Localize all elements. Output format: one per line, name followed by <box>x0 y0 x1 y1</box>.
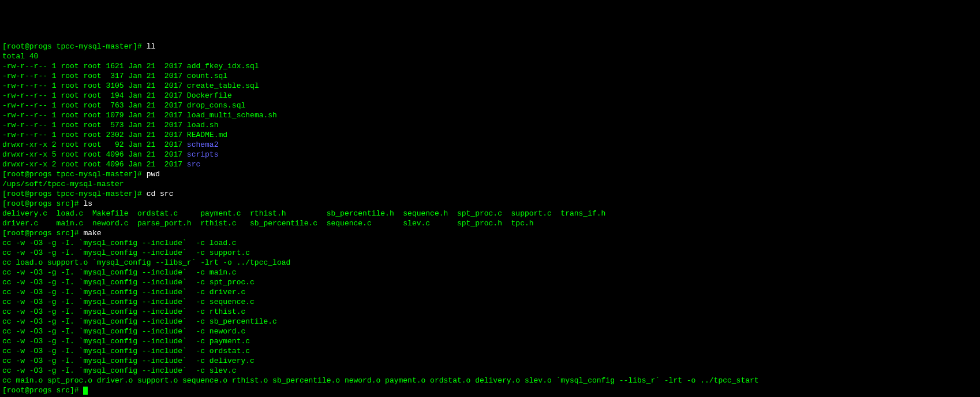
file-perms: -rw-r--r-- 1 root root 2302 Jan 21 2017 <box>2 131 187 139</box>
command-cd-src: cd src <box>147 190 174 198</box>
file-name: add_fkey_idx.sql <box>187 62 259 71</box>
prompt: [root@progs src]# <box>2 199 79 208</box>
make-line: cc -w -O3 -g -I. `mysql_config --include… <box>2 337 250 346</box>
file-name: schema2 <box>187 140 219 149</box>
file-name: README.md <box>187 131 227 139</box>
file-perms: -rw-r--r-- 1 root root 763 Jan 21 2017 <box>2 101 187 110</box>
make-line: cc -w -O3 -g -I. `mysql_config --include… <box>2 298 255 306</box>
make-line: cc -w -O3 -g -I. `mysql_config --include… <box>2 288 245 296</box>
file-perms: drwxr-xr-x 2 root root 4096 Jan 21 2017 <box>2 160 187 169</box>
file-name: create_table.sql <box>187 81 259 90</box>
make-line: cc -w -O3 -g -I. `mysql_config --include… <box>2 268 237 277</box>
file-perms: drwxr-xr-x 2 root root 92 Jan 21 2017 <box>2 140 187 149</box>
cursor[interactable] <box>83 387 88 395</box>
make-line: cc -w -O3 -g -I. `mysql_config --include… <box>2 307 245 316</box>
make-line: cc load.o support.o `mysql_config --libs… <box>2 258 290 267</box>
command-make: make <box>83 229 101 238</box>
prompt: [root@progs tpcc-mysql-master]# <box>2 170 142 179</box>
file-perms: -rw-r--r-- 1 root root 194 Jan 21 2017 <box>2 91 187 100</box>
command-ls: ls <box>83 199 92 208</box>
make-line: cc -w -O3 -g -I. `mysql_config --include… <box>2 278 255 287</box>
command-pwd: pwd <box>147 170 160 179</box>
file-name: load.sh <box>187 121 219 129</box>
file-perms: -rw-r--r-- 1 root root 1079 Jan 21 2017 <box>2 111 187 120</box>
ll-output: -rw-r--r-- 1 root root 1621 Jan 21 2017 … <box>2 61 978 169</box>
make-line: cc -w -O3 -g -I. `mysql_config --include… <box>2 357 255 365</box>
ls-output-row2: driver.c main.c neword.c parse_port.h rt… <box>2 219 534 228</box>
file-name: Dockerfile <box>187 91 232 100</box>
make-line: cc -w -O3 -g -I. `mysql_config --include… <box>2 317 277 326</box>
file-name: drop_cons.sql <box>187 101 245 110</box>
terminal-output[interactable]: [root@progs tpcc-mysql-master]# ll total… <box>2 42 978 395</box>
make-line: cc main.o spt_proc.o driver.o support.o … <box>2 376 759 385</box>
command-ll: ll <box>147 42 156 51</box>
file-perms: drwxr-xr-x 5 root root 4096 Jan 21 2017 <box>2 150 187 159</box>
total-line: total 40 <box>2 52 38 61</box>
file-perms: -rw-r--r-- 1 root root 317 Jan 21 2017 <box>2 72 187 80</box>
file-perms: -rw-r--r-- 1 root root 1621 Jan 21 2017 <box>2 62 187 71</box>
make-line: cc -w -O3 -g -I. `mysql_config --include… <box>2 239 237 247</box>
make-line: cc -w -O3 -g -I. `mysql_config --include… <box>2 347 250 355</box>
make-output: cc -w -O3 -g -I. `mysql_config --include… <box>2 238 978 385</box>
file-name: src <box>187 160 200 169</box>
ls-output-row1: delivery.c load.c Makefile ordstat.c pay… <box>2 209 605 218</box>
pwd-output: /ups/soft/tpcc-mysql-master <box>2 180 124 188</box>
make-line: cc -w -O3 -g -I. `mysql_config --include… <box>2 366 237 375</box>
file-name: scripts <box>187 150 219 159</box>
make-line: cc -w -O3 -g -I. `mysql_config --include… <box>2 327 245 336</box>
prompt: [root@progs tpcc-mysql-master]# <box>2 42 142 51</box>
prompt: [root@progs src]# <box>2 386 79 395</box>
prompt: [root@progs tpcc-mysql-master]# <box>2 190 142 198</box>
file-perms: -rw-r--r-- 1 root root 573 Jan 21 2017 <box>2 121 187 129</box>
prompt: [root@progs src]# <box>2 229 79 238</box>
file-perms: -rw-r--r-- 1 root root 3105 Jan 21 2017 <box>2 81 187 90</box>
make-line: cc -w -O3 -g -I. `mysql_config --include… <box>2 248 250 257</box>
file-name: count.sql <box>187 72 227 80</box>
file-name: load_multi_schema.sh <box>187 111 277 120</box>
